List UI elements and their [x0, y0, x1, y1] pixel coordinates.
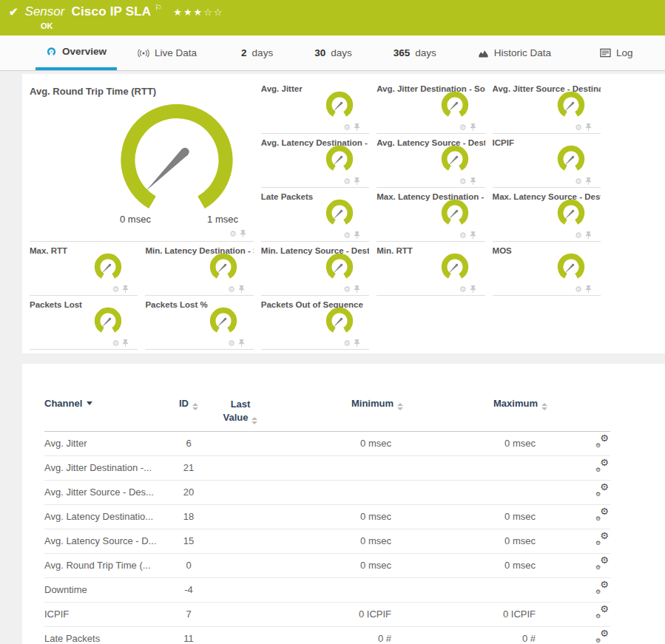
gauge-dial[interactable]: [206, 305, 241, 337]
gear-icon[interactable]: ⚙: [459, 177, 467, 186]
gauge-cell: Packets Lost ⚙: [30, 296, 138, 350]
tab-settings[interactable]: ⚙ Settings: [663, 35, 665, 70]
pin-icon[interactable]: [354, 177, 360, 186]
gauge-dial[interactable]: [437, 197, 473, 229]
gear-icon[interactable]: ⚙: [343, 339, 351, 348]
pin-icon[interactable]: [122, 285, 129, 294]
channel-table-body: Avg. Jitter 6 0 msec 0 msec ⚙⚙ Avg. Jitt…: [44, 432, 610, 644]
pin-icon[interactable]: [122, 339, 129, 348]
channel-settings-icon[interactable]: ⚙⚙: [595, 436, 609, 448]
gear-icon[interactable]: ⚙: [343, 177, 351, 186]
table-row: Avg. Jitter Source - Des... 20 ⚙⚙: [44, 481, 610, 505]
column-header-channel[interactable]: Channel: [44, 398, 170, 409]
gauge-dial[interactable]: [553, 143, 589, 175]
pin-icon[interactable]: [238, 339, 245, 348]
gear-icon[interactable]: ⚙: [112, 339, 120, 348]
pin-icon[interactable]: [240, 230, 246, 238]
gauge-dial[interactable]: [553, 251, 589, 283]
channel-settings-icon[interactable]: ⚙⚙: [595, 534, 609, 546]
pin-icon[interactable]: [354, 285, 360, 294]
cell-minimum: 0 #: [274, 633, 403, 644]
flag-icon[interactable]: ⚐: [155, 3, 162, 13]
cell-channel[interactable]: Avg. Jitter: [44, 438, 170, 449]
gauge-dial[interactable]: [322, 305, 357, 337]
gear-icon[interactable]: ⚙: [228, 339, 235, 348]
pin-icon[interactable]: [354, 123, 360, 132]
pin-icon[interactable]: [585, 231, 592, 240]
tab-log[interactable]: Log: [590, 35, 644, 70]
gauge-dial[interactable]: [90, 305, 126, 337]
gauge-dial[interactable]: [322, 143, 357, 175]
cell-maximum: 0 msec: [403, 511, 547, 522]
cell-channel[interactable]: Avg. Jitter Source - Des...: [44, 487, 170, 498]
column-header-maximum[interactable]: Maximum: [403, 398, 547, 410]
gear-icon[interactable]: ⚙: [575, 123, 582, 132]
gear-icon[interactable]: ⚙: [229, 230, 237, 238]
pin-icon[interactable]: [470, 231, 476, 240]
channel-settings-icon[interactable]: ⚙⚙: [595, 485, 609, 497]
pin-icon[interactable]: [585, 123, 592, 132]
column-header-last-value[interactable]: Last Value: [217, 398, 263, 424]
gauge-dial[interactable]: [322, 251, 357, 283]
pin-icon[interactable]: [470, 285, 476, 294]
tab-365-days[interactable]: 365days: [383, 35, 447, 70]
gauge-dial[interactable]: [437, 143, 473, 175]
channel-settings-icon[interactable]: ⚙⚙: [595, 509, 609, 521]
gear-icon[interactable]: ⚙: [343, 285, 351, 294]
gear-icon[interactable]: ⚙: [575, 177, 582, 186]
gauge-dial[interactable]: [553, 197, 589, 229]
tab-30-days[interactable]: 30days: [304, 35, 362, 70]
gear-icon[interactable]: ⚙: [343, 123, 351, 132]
gear-icon[interactable]: ⚙: [343, 231, 351, 240]
channel-settings-icon[interactable]: ⚙⚙: [595, 461, 609, 472]
gauge-dial[interactable]: [322, 197, 357, 229]
tab-overview[interactable]: Overview: [36, 35, 117, 70]
gauge-dial[interactable]: [437, 89, 473, 121]
cell-channel[interactable]: Late Packets: [44, 633, 170, 644]
pin-icon[interactable]: [470, 177, 476, 186]
pin-icon[interactable]: [585, 285, 592, 294]
gauge-dial[interactable]: [109, 98, 244, 217]
tab-historic-data[interactable]: Historic Data: [467, 35, 561, 70]
cell-channel[interactable]: Avg. Latency Destinatio...: [44, 511, 170, 522]
channel-settings-icon[interactable]: ⚙⚙: [595, 558, 609, 570]
channel-table: Channel ID Last Value Minimum Maximum Av…: [44, 398, 610, 644]
gear-icon[interactable]: ⚙: [112, 285, 120, 294]
cell-channel[interactable]: Avg. Latency Source - D...: [44, 535, 170, 546]
channel-settings-icon[interactable]: ⚙⚙: [595, 631, 609, 643]
table-row: Avg. Jitter Destination -... 21 ⚙⚙: [44, 456, 610, 481]
gauge-dial[interactable]: [206, 251, 241, 283]
tab-2-days[interactable]: 2days: [231, 35, 283, 70]
pin-icon[interactable]: [238, 285, 245, 294]
gear-icon[interactable]: ⚙: [575, 285, 582, 294]
gauge-dial[interactable]: [553, 89, 589, 121]
gear-icon[interactable]: ⚙: [228, 285, 235, 294]
column-header-id[interactable]: ID: [170, 398, 207, 410]
gauge-cell: Min. Latency Source - Destina... ⚙: [261, 242, 369, 296]
pin-icon[interactable]: [354, 339, 360, 348]
gauge-cell: Max. Latency Destination - So... ⚙: [377, 188, 485, 242]
pin-icon[interactable]: [354, 231, 360, 240]
pin-icon[interactable]: [470, 123, 476, 132]
cell-channel[interactable]: Downtime: [44, 584, 170, 595]
gauge-dial[interactable]: [90, 251, 126, 283]
gauge-cell: Packets Out of Sequence ⚙: [261, 296, 369, 350]
column-header-minimum[interactable]: Minimum: [274, 398, 403, 410]
cell-channel[interactable]: Avg. Jitter Destination -...: [44, 462, 170, 473]
gear-icon[interactable]: ⚙: [459, 231, 467, 240]
gauge-dial[interactable]: [322, 89, 357, 121]
pin-icon[interactable]: [585, 177, 592, 186]
priority-stars[interactable]: ★★★☆☆: [173, 7, 223, 18]
gauge-dial[interactable]: [437, 251, 473, 283]
channel-settings-icon[interactable]: ⚙⚙: [595, 607, 609, 619]
table-row: Late Packets 11 0 # 0 # ⚙⚙: [44, 627, 610, 644]
gear-icon[interactable]: ⚙: [459, 285, 467, 294]
gear-icon[interactable]: ⚙: [459, 123, 467, 132]
channel-settings-icon[interactable]: ⚙⚙: [595, 583, 609, 594]
tab-live-data[interactable]: Live Data: [127, 35, 207, 70]
cell-channel[interactable]: Avg. Round Trip Time (...: [44, 560, 170, 571]
gear-icon[interactable]: ⚙: [575, 231, 582, 240]
cell-channel[interactable]: ICPIF: [44, 609, 170, 620]
area-chart-icon: [478, 48, 489, 58]
sort-icon: [252, 417, 257, 424]
